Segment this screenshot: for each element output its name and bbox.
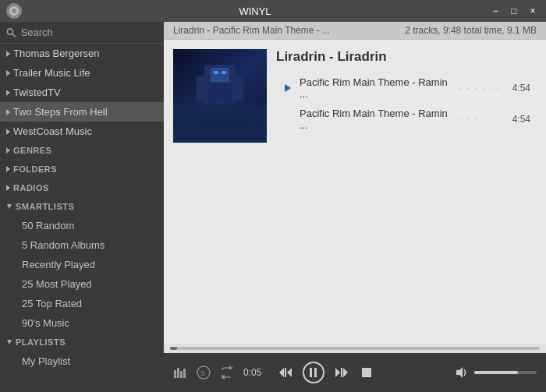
svg-rect-19 [180, 371, 183, 378]
section-label: RADIOS [13, 183, 49, 192]
svg-rect-17 [174, 370, 176, 378]
maximize-button[interactable]: □ [507, 4, 521, 18]
close-button[interactable]: × [526, 4, 540, 18]
volume-fill [474, 371, 518, 374]
app-title: WINYL [239, 5, 271, 17]
playlists-container: My Playlist [0, 351, 164, 371]
section-label: SMARTLISTS [16, 202, 74, 211]
track-dots-1: · · · · · · [459, 84, 501, 93]
album-title: Liradrin - Liradrin [276, 49, 537, 65]
track-name-1: Pacific Rim Main Theme - Ramin ... [300, 76, 453, 100]
next-button[interactable] [334, 365, 349, 380]
smartlists-container: 50 Random 5 Random Albums Recently Playe… [0, 216, 164, 333]
pause-bar-right [314, 368, 317, 377]
smartlist-mostplayed[interactable]: 25 Most Played [0, 274, 164, 294]
play-pause-button[interactable] [303, 362, 324, 383]
playlist-myplaylist[interactable]: My Playlist [0, 351, 164, 371]
sidebar-item-twistedtv[interactable]: TwistedTV [0, 83, 164, 102]
smartlist-toprated[interactable]: 25 Top Rated [0, 294, 164, 313]
section-label: FOLDERS [13, 164, 57, 174]
sidebar-item-trailer[interactable]: Trailer Music Life [0, 63, 164, 83]
track-row-2[interactable]: Pacific Rim Main Theme - Ramin ... · · ·… [276, 104, 537, 135]
expand-icon [6, 70, 10, 76]
svg-marker-30 [343, 368, 348, 377]
svg-marker-25 [279, 368, 284, 377]
svg-rect-31 [362, 368, 371, 377]
now-playing-text: Liradrin - Pacific Rim Main Theme - ... [173, 25, 330, 36]
content-spacer [164, 152, 546, 344]
collapse-icon [6, 339, 12, 345]
track-play-button-2[interactable] [282, 114, 293, 125]
expand-icon [6, 109, 10, 115]
expand-icon [6, 51, 10, 57]
pause-icon [310, 367, 317, 378]
svg-text:S: S [200, 369, 205, 377]
sidebar-scroll[interactable]: Thomas Bergersen Trailer Music Life Twis… [0, 44, 164, 392]
sidebar-item-westcoast[interactable]: WestCoast Music [0, 122, 164, 141]
shuffle-button[interactable]: S [197, 366, 211, 380]
svg-rect-20 [183, 369, 186, 378]
sidebar-section-playlists[interactable]: PLAYLISTS [0, 333, 164, 351]
svg-marker-28 [335, 368, 340, 377]
sidebar-section-radios[interactable]: RADIOS [0, 178, 164, 197]
search-icon [6, 27, 16, 38]
volume-area [454, 365, 537, 380]
collapse-icon [6, 203, 12, 210]
volume-icon [455, 366, 469, 380]
smartlist-recently[interactable]: Recently Played [0, 255, 164, 274]
stop-button[interactable] [359, 365, 374, 380]
section-label: PLAYLISTS [16, 337, 66, 347]
svg-marker-5 [7, 340, 12, 344]
album-artwork-svg [173, 49, 267, 143]
sidebar-item-thomas[interactable]: Thomas Bergersen [0, 44, 164, 63]
smartlist-90s[interactable]: 90's Music [0, 313, 164, 333]
track-list: Pacific Rim Main Theme - Ramin ... · · ·… [276, 72, 537, 135]
svg-rect-10 [222, 71, 226, 74]
sidebar-item-twosteps[interactable]: Two Steps From Hell [0, 102, 164, 122]
artist-label: Trailer Music Life [13, 67, 90, 79]
svg-rect-15 [223, 100, 232, 119]
track-list-area: Liradrin - Liradrin Pacific Rim Main The… [276, 49, 537, 135]
svg-point-2 [7, 29, 12, 34]
equalizer-button[interactable] [173, 366, 187, 380]
minimize-button[interactable]: − [488, 4, 502, 18]
track-play-button-1[interactable] [282, 83, 293, 94]
search-input[interactable] [21, 26, 158, 38]
pause-bar-left [310, 368, 312, 377]
progress-fill [170, 347, 177, 350]
prev-button[interactable] [278, 365, 293, 380]
volume-button[interactable] [454, 365, 470, 380]
progress-bar[interactable] [170, 347, 540, 350]
album-art-image [173, 49, 267, 143]
sidebar-section-smartlists[interactable]: SMARTLISTS [0, 197, 164, 216]
volume-slider[interactable] [474, 371, 537, 374]
svg-rect-14 [207, 100, 217, 119]
repeat-button[interactable] [220, 366, 234, 380]
main-area: Thomas Bergersen Trailer Music Life Twis… [0, 22, 546, 392]
artist-label: WestCoast Music [13, 125, 92, 137]
artist-label: Thomas Bergersen [13, 48, 100, 59]
sidebar-section-folders[interactable]: FOLDERS [0, 160, 164, 178]
next-icon [334, 365, 349, 380]
artist-label: TwistedTV [13, 87, 61, 98]
track-dots-2: · · · · · · [459, 115, 501, 124]
svg-rect-8 [211, 68, 229, 82]
search-bar[interactable] [0, 22, 164, 44]
prev-icon [278, 365, 293, 380]
svg-marker-27 [287, 368, 292, 377]
album-area: Liradrin - Liradrin Pacific Rim Main The… [164, 40, 546, 152]
artist-label: Two Steps From Hell [13, 106, 108, 118]
expand-icon [6, 129, 10, 135]
smartlist-50random[interactable]: 50 Random [0, 216, 164, 235]
svg-rect-16 [173, 119, 267, 143]
track-duration-2: 4:54 [507, 114, 530, 125]
smartlist-5random[interactable]: 5 Random Albums [0, 235, 164, 255]
track-row-1[interactable]: Pacific Rim Main Theme - Ramin ... · · ·… [276, 72, 537, 104]
svg-rect-12 [197, 76, 204, 100]
progress-area[interactable] [164, 344, 546, 353]
svg-marker-4 [7, 204, 12, 209]
svg-rect-26 [285, 368, 286, 377]
sidebar-section-genres[interactable]: GENRES [0, 141, 164, 160]
shuffle-icon: S [197, 366, 211, 380]
time-display: 0:05 [243, 367, 268, 378]
